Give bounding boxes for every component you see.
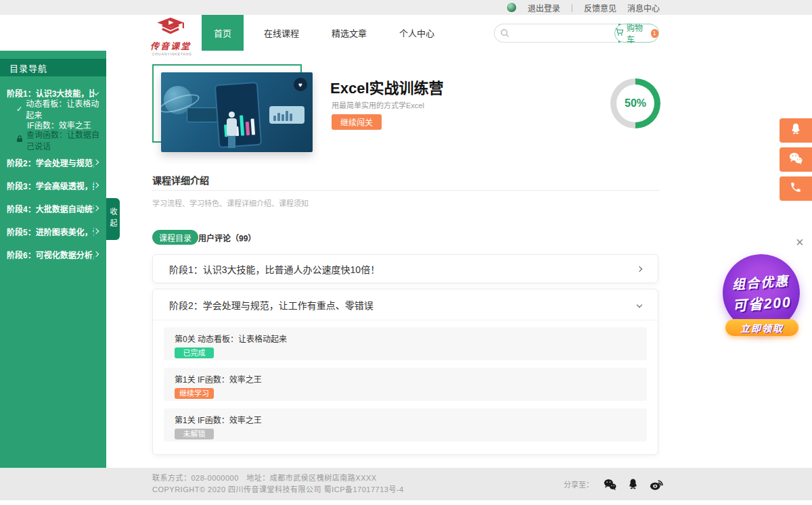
- phone-contact-button[interactable]: [780, 176, 812, 201]
- promo-close-icon[interactable]: ×: [796, 235, 804, 249]
- chevron-down-icon: [637, 302, 642, 307]
- wechat-icon: [788, 151, 803, 168]
- lesson-row[interactable]: 第0关 动态看板：让表格动起来 已完成: [164, 327, 647, 360]
- sidebar-stage-4[interactable]: 阶段4：大批数据自动统计分析，...: [0, 203, 106, 214]
- chart-panel-graphic: [187, 107, 218, 122]
- qq-share-icon[interactable]: [627, 478, 639, 491]
- progress-ring: 50%: [610, 78, 660, 128]
- chevron-right-icon: [637, 266, 642, 271]
- site-logo[interactable]: 传音课堂 CHUANYINKETANG: [149, 17, 192, 56]
- top-utility-bar: 退出登录 | 反馈意见 消息中心: [0, 0, 812, 15]
- qq-icon: [789, 122, 803, 139]
- chevron-right-icon: [93, 229, 99, 234]
- course-title: Excel实战训练营: [330, 76, 444, 97]
- check-icon: ✓: [16, 105, 22, 114]
- wechat-contact-button[interactable]: [780, 147, 812, 172]
- search-input[interactable]: [494, 24, 618, 43]
- nav-item-profile[interactable]: 个人中心: [387, 15, 447, 51]
- sidebar-stage-3[interactable]: 阶段3：学会高级透视，拥有同时...: [0, 180, 106, 191]
- chevron-down-icon: [93, 90, 99, 95]
- cart-label: 购物车: [627, 22, 648, 45]
- search-icon: [500, 28, 510, 41]
- sidebar-lesson-locked[interactable]: 查询函数：让数据自己说话: [0, 135, 106, 145]
- lesson-row[interactable]: 第1关 IF函数：效率之王 未解锁: [164, 408, 647, 441]
- sidebar-title: 目录导航: [0, 59, 106, 76]
- footer-share: 分享至：: [564, 477, 664, 491]
- status-badge-continue[interactable]: 继续学习: [175, 388, 214, 399]
- footer-copyright: COPYRIGHT© 2020 四川传音课堂科技有限公司 蜀ICP备170177…: [152, 484, 404, 496]
- nav-item-articles[interactable]: 精选文章: [319, 15, 379, 51]
- continue-button[interactable]: 继续闯关: [332, 114, 382, 130]
- detail-description: 学习流程、学习特色、课程详细介绍、课程须知: [152, 197, 309, 208]
- chevron-right-icon: [93, 251, 99, 257]
- qq-contact-button[interactable]: [780, 118, 812, 143]
- nav-menu: 首页 在线课程 精选文章 个人中心: [202, 15, 455, 51]
- logo-subtitle: CHUANYINKETANG: [152, 52, 189, 55]
- chevron-right-icon: [93, 183, 99, 188]
- sidebar-lesson-dashboard[interactable]: ✓ 动态看板：让表格动起来: [0, 104, 106, 114]
- status-badge-done[interactable]: 已完成: [175, 347, 214, 358]
- detail-divider: [152, 190, 660, 191]
- user-avatar[interactable]: [506, 2, 517, 13]
- accordion-stage-1[interactable]: 阶段1：认识3大技能，比普通人办公速度快10倍！: [152, 254, 658, 283]
- promo-claim-button[interactable]: 立即领取: [725, 319, 798, 336]
- status-badge-locked[interactable]: 未解锁: [175, 429, 214, 439]
- sidebar-stage-6[interactable]: 阶段6：可视化数据分析，帮老板...: [0, 249, 106, 260]
- logo-title: 传音课堂: [149, 39, 192, 52]
- page: 退出登录 | 反馈意见 消息中心 传音课堂 CHUANYINKETANG 首页 …: [0, 0, 812, 505]
- catalog-sidebar: 目录导航 阶段1：认识3大技能，比普通人... ✓ 动态看板：让表格动起来 IF…: [0, 51, 106, 468]
- sidebar-stage-2[interactable]: 阶段2：学会处理与规范，让工作...: [0, 157, 106, 168]
- promo-line-2: 可省200: [732, 291, 792, 315]
- sidebar-stage-5[interactable]: 阶段5：进阶图表美化，让汇报一...: [0, 226, 106, 237]
- footer: 联系方式：028-0000000 地址：成都市武侯区槐树店南路XXXX COPY…: [0, 468, 812, 500]
- sidebar-stage-1[interactable]: 阶段1：认识3大技能，比普通人...: [0, 87, 106, 98]
- promo-line-1: 组合优惠: [731, 270, 790, 293]
- lesson-row[interactable]: 第1关 IF函数：效率之王 继续学习: [164, 368, 647, 401]
- share-label: 分享至：: [564, 479, 593, 489]
- logout-link[interactable]: 退出登录: [528, 2, 560, 14]
- graduation-cap-icon: [155, 26, 186, 38]
- feedback-link[interactable]: 反馈意见: [584, 2, 616, 14]
- sidebar-collapse-tab[interactable]: 收起: [106, 198, 120, 240]
- person-graphic: [229, 112, 235, 118]
- lock-icon: [16, 135, 23, 145]
- nav-item-courses[interactable]: 在线课程: [252, 15, 311, 51]
- favorite-heart-icon[interactable]: ♥: [294, 78, 307, 91]
- topbar-divider: |: [571, 3, 573, 12]
- main-navbar: 传音课堂 CHUANYINKETANG 首页 在线课程 精选文章 个人中心 搜索…: [0, 15, 812, 51]
- contact-float-buttons: [780, 118, 812, 201]
- course-subtitle: 用最简单实用的方式学Excel: [332, 99, 424, 110]
- chevron-right-icon: [93, 206, 99, 211]
- weibo-share-icon[interactable]: [649, 477, 664, 491]
- accordion-stage-2-title: 阶段2：学会处理与规范，让工作有重点、零错误: [169, 298, 374, 312]
- phone-icon: [790, 181, 802, 196]
- chevron-right-icon: [93, 160, 99, 165]
- bar-panel-graphic: [269, 106, 304, 124]
- detail-heading: 课程详细介绍: [152, 173, 209, 187]
- accordion-stage-2-header[interactable]: 阶段2：学会处理与规范，让工作有重点、零错误: [153, 289, 658, 320]
- nav-item-home[interactable]: 首页: [202, 15, 244, 51]
- tab-user-comments[interactable]: 用户评论（99）: [198, 230, 256, 245]
- accordion-stage-2: 阶段2：学会处理与规范，让工作有重点、零错误 第0关 动态看板：让表格动起来 已…: [152, 289, 658, 455]
- message-center-link[interactable]: 消息中心: [627, 2, 660, 14]
- dashboard-graphic: [215, 82, 262, 148]
- footer-info: 联系方式：028-0000000 地址：成都市武侯区槐树店南路XXXX COPY…: [152, 473, 404, 496]
- cart-icon: [615, 28, 624, 39]
- sidebar-lesson-if[interactable]: IF函数：效率之王: [0, 120, 106, 129]
- cart-count-badge: 1: [651, 29, 658, 38]
- footer-contact: 联系方式：028-0000000 地址：成都市武侯区槐树店南路XXXX: [152, 473, 404, 484]
- tab-course-catalog[interactable]: 课程目录: [152, 230, 198, 245]
- accordion-stage-1-title: 阶段1：认识3大技能，比普通人办公速度快10倍！: [169, 262, 380, 276]
- course-cover-image[interactable]: ♥: [161, 72, 313, 152]
- wechat-share-icon[interactable]: [603, 478, 617, 491]
- progress-value: 50%: [616, 85, 654, 122]
- cart-button[interactable]: 购物车 1: [614, 24, 659, 43]
- search-bar: 搜索: [494, 24, 607, 43]
